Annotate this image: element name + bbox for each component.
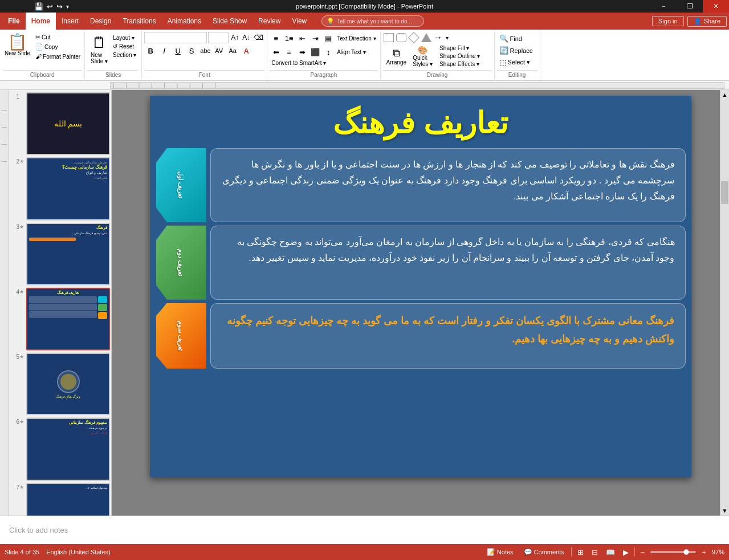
notes-area[interactable]: Click to add notes [0, 516, 729, 544]
shape-more-button[interactable]: ▾ [445, 34, 450, 42]
divider2 [634, 547, 635, 557]
cut-button[interactable]: ✂Cut [34, 33, 82, 42]
align-center-button[interactable]: ≡ [283, 46, 295, 58]
font-color-button[interactable]: A [240, 44, 252, 57]
quick-styles-button[interactable]: 🎨 QuickStyles ▾ [411, 45, 434, 68]
sign-in-button[interactable]: Sign in [652, 16, 684, 26]
font-name-input[interactable] [144, 32, 207, 43]
slide-canvas[interactable]: تعاریف فرهنگ فرهنگ نقش ها و تعاملاتی را … [150, 96, 691, 477]
bullets-button[interactable]: ≡ [270, 32, 282, 44]
align-left-button[interactable]: ⬅ [270, 46, 282, 58]
font-decrease-button[interactable]: A↓ [241, 33, 251, 42]
shape-rounded-button[interactable] [396, 33, 406, 42]
quick-access-toolbar: 💾 ↩ ↪ ▾ [34, 2, 69, 11]
shape-triangle-button[interactable] [421, 33, 431, 42]
align-text-button[interactable]: Align Text ▾ [335, 48, 368, 56]
tab-design[interactable]: Design [84, 13, 117, 30]
font-increase-button[interactable]: A↑ [230, 33, 240, 42]
tab-transitions[interactable]: Transitions [117, 13, 161, 30]
section-button[interactable]: Section ▾ [111, 51, 138, 59]
shape-outline-button[interactable]: Shape Outline ▾ [438, 52, 482, 60]
numbering-button[interactable]: 1≡ [283, 32, 295, 44]
language-indicator: English (United States) [46, 549, 111, 555]
replace-button[interactable]: 🔄 Replace [497, 45, 535, 56]
share-button[interactable]: 👤 Share [687, 16, 727, 27]
shape-fill-button[interactable]: Shape Fill ▾ [438, 44, 482, 52]
find-button[interactable]: 🔍 Find [497, 33, 535, 44]
minimize-button[interactable]: − [650, 0, 677, 13]
status-left: Slide 4 of 35 English (United States) [5, 549, 111, 555]
convert-smartart-button[interactable]: Convert to SmartArt ▾ [270, 59, 328, 67]
slide-image-4: تعاریف فرهنگ [26, 288, 110, 350]
redo-icon[interactable]: ↪ [56, 2, 63, 11]
clear-format-button[interactable]: ⌫ [252, 33, 264, 42]
tab-slideshow[interactable]: Slide Show [207, 13, 252, 30]
tab-file[interactable]: File [2, 13, 26, 30]
columns-button[interactable]: ▤ [322, 32, 335, 44]
slide-thumb-4[interactable]: 4 ★ تعاریف فرهنگ [10, 288, 110, 350]
comments-button[interactable]: 💬 Comments [520, 547, 568, 557]
slide-image-7: محتوای اسلاید ۷... [26, 483, 110, 516]
zoom-slider[interactable] [650, 551, 696, 553]
content-box-2: هنگامی که فردی، فرهنگی را به سازمان یا ب… [210, 226, 686, 300]
decrease-indent-button[interactable]: ⇤ [296, 32, 308, 44]
arrange-button[interactable]: ⧉ Arrange [383, 46, 410, 67]
layout-button[interactable]: Layout ▾ [111, 34, 138, 42]
copy-button[interactable]: 📄Copy [34, 43, 82, 51]
new-slide-button[interactable]: 🗒 NewSlide ▾ [88, 33, 110, 66]
bold-button[interactable]: B [144, 44, 157, 57]
format-painter-button[interactable]: 🖌Format Painter [34, 52, 82, 60]
paste-button[interactable]: 📋 New Slide [2, 33, 32, 58]
reading-view-button[interactable]: 📖 [604, 547, 617, 558]
shape-effects-button[interactable]: Shape Effects ▾ [438, 60, 482, 68]
normal-view-button[interactable]: ⊞ [575, 547, 586, 558]
tab-review[interactable]: Review [252, 13, 286, 30]
vertical-ruler: ———— [0, 90, 9, 516]
tab-insert[interactable]: Insert [56, 13, 84, 30]
text-direction-button[interactable]: Text Direction ▾ [335, 35, 377, 42]
close-button[interactable]: ✕ [703, 0, 729, 13]
justify-button[interactable]: ⬛ [309, 46, 321, 58]
case-button[interactable]: Aa [226, 44, 239, 57]
save-icon[interactable]: 💾 [34, 2, 43, 11]
tell-me-input[interactable]: 💡 Tell me what you want to do... [321, 15, 424, 27]
line-spacing-button[interactable]: ↕ [322, 46, 335, 58]
slide-thumb-2[interactable]: 2 ★ تعریف سازمانی چیست فرهنگ سازمانی چیس… [10, 157, 110, 220]
undo-icon[interactable]: ↩ [47, 2, 53, 11]
char-space-button[interactable]: AV [213, 44, 225, 57]
tab-animations[interactable]: Animations [162, 13, 207, 30]
underline-button[interactable]: U [172, 44, 184, 57]
scroll-thumb[interactable] [721, 181, 728, 204]
slide-sorter-button[interactable]: ⊟ [589, 547, 600, 558]
slide-thumb-3[interactable]: 3 ★ فرهنگ متن توضیح فرهنگ سازمانی... [10, 223, 110, 285]
notes-button[interactable]: 📝 Notes [483, 547, 517, 557]
zoom-out-button[interactable]: − [638, 547, 647, 558]
scroll-down-button[interactable]: ▼ [720, 506, 729, 516]
align-right-button[interactable]: ➡ [296, 46, 308, 58]
tab-view[interactable]: View [286, 13, 312, 30]
shape-diamond-button[interactable] [408, 32, 420, 43]
customize-icon[interactable]: ▾ [66, 3, 69, 10]
increase-indent-button[interactable]: ⇥ [309, 32, 321, 44]
reset-button[interactable]: ↺ Reset [111, 43, 138, 50]
select-button[interactable]: ⬚ Select ▾ [497, 57, 535, 68]
slide-thumb-1[interactable]: 1 بسم الله [10, 92, 110, 155]
font-size-input[interactable] [208, 32, 229, 43]
teal-arrow: تعریف اول [156, 148, 206, 222]
slide-num-5: 5 [10, 353, 19, 360]
slide-thumb-6[interactable]: 6 ★ مفهوم فرهنگ سازمانی در مورد فرهنگ...… [10, 418, 110, 480]
shape-arrow-button[interactable]: → [434, 32, 443, 43]
slideshow-button[interactable]: ▶ [621, 547, 631, 558]
vertical-scrollbar[interactable]: ▲ ▼ [720, 90, 729, 516]
zoom-in-button[interactable]: + [699, 547, 708, 558]
slide-panel[interactable]: 1 بسم الله 2 ★ تعریف سازمانی چیست فرهنگ … [9, 90, 112, 516]
tab-home[interactable]: Home [26, 13, 56, 30]
shape-rect-button[interactable] [384, 33, 394, 42]
italic-button[interactable]: I [158, 44, 170, 57]
restore-button[interactable]: ❐ [677, 0, 703, 13]
shadow-button[interactable]: abc [199, 44, 211, 57]
slide-thumb-5[interactable]: 5 ★ ویژگی‌های فرهنگ [10, 353, 110, 415]
scroll-up-button[interactable]: ▲ [720, 90, 729, 100]
strikethrough-button[interactable]: S [185, 44, 198, 57]
slide-thumb-7[interactable]: 7 ★ محتوای اسلاید ۷... [10, 483, 110, 516]
